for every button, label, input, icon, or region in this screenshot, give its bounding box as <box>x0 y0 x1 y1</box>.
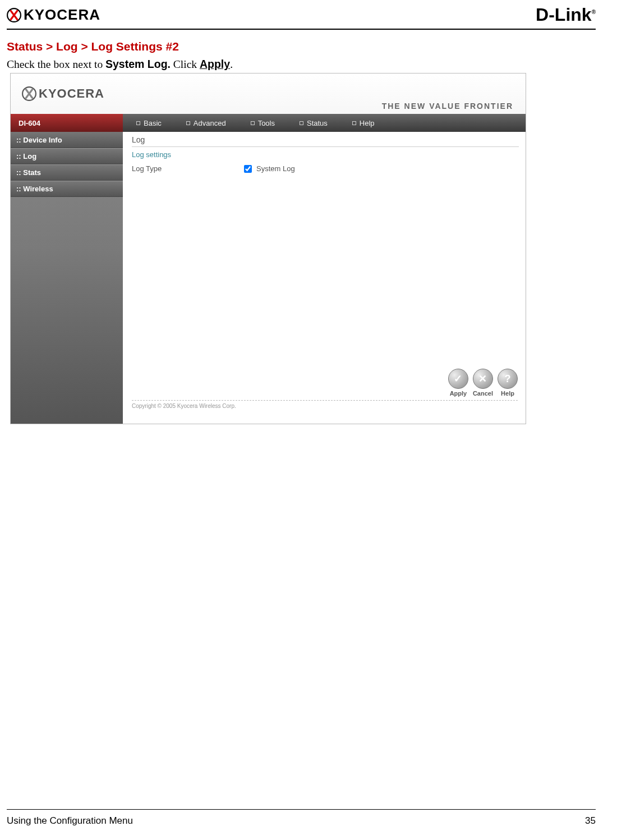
footer-rule <box>7 809 596 810</box>
section-label: Log settings <box>132 150 519 159</box>
kyocera-brand-text: KYOCERA <box>24 6 100 24</box>
log-type-row: Log Type System Log <box>132 164 519 173</box>
check-icon: ✓ <box>448 369 468 389</box>
nav-bullet-icon <box>352 121 356 125</box>
nav-advanced[interactable]: Advanced <box>186 119 226 127</box>
router-top-banner: KYOCERA THE NEW VALUE FRONTIER <box>11 74 526 114</box>
sidebar-item-stats[interactable]: :: Stats <box>11 164 123 181</box>
question-icon: ? <box>498 369 518 389</box>
help-button[interactable]: ? Help <box>498 369 518 397</box>
apply-button[interactable]: ✓ Apply <box>448 369 468 397</box>
nav-bullet-icon <box>251 121 255 125</box>
sidebar-item-device-info[interactable]: :: Device Info <box>11 132 123 148</box>
log-type-label: Log Type <box>132 164 244 173</box>
page-header: KYOCERA D-Link® <box>7 4 596 30</box>
nav-tools[interactable]: Tools <box>251 119 275 127</box>
copyright-text: Copyright © 2005 Kyocera Wireless Corp. <box>132 400 518 409</box>
nav-basic[interactable]: Basic <box>136 119 162 127</box>
system-log-label: System Log <box>256 164 295 173</box>
content-area: Log Log settings Log Type System Log ✓ A… <box>123 132 526 424</box>
breadcrumb: Status > Log > Log Settings #2 <box>7 40 596 53</box>
action-row: ✓ Apply ✕ Cancel ? Help <box>448 369 518 397</box>
footer-row: Using the Configuration Menu 35 <box>7 815 596 827</box>
instruction-text: Check the box next to System Log. Click … <box>7 58 596 71</box>
sidebar-item-wireless[interactable]: :: Wireless <box>11 181 123 197</box>
nav-items: Basic Advanced Tools Status Help <box>123 114 526 132</box>
router-nav-bar: DI-604 Basic Advanced Tools Status Help <box>11 114 526 132</box>
footer-section-title: Using the Configuration Menu <box>7 815 133 827</box>
router-admin-screenshot: KYOCERA THE NEW VALUE FRONTIER DI-604 Ba… <box>10 73 526 424</box>
dlink-logo: D-Link® <box>536 4 596 25</box>
nav-bullet-icon <box>136 121 140 125</box>
inner-kyocera-logo: KYOCERA <box>22 86 104 101</box>
router-body: :: Device Info :: Log :: Stats :: Wirele… <box>11 132 526 424</box>
kyocera-logo: KYOCERA <box>7 6 100 24</box>
kyocera-mark-icon <box>7 8 21 22</box>
model-badge: DI-604 <box>11 114 123 132</box>
sidebar: :: Device Info :: Log :: Stats :: Wirele… <box>11 132 123 424</box>
nav-status[interactable]: Status <box>300 119 328 127</box>
nav-bullet-icon <box>300 121 303 125</box>
kyocera-mark-icon <box>22 86 36 101</box>
system-log-checkbox[interactable] <box>244 165 252 173</box>
sidebar-item-log[interactable]: :: Log <box>11 148 123 164</box>
inner-brand-text: KYOCERA <box>39 86 104 101</box>
page-number: 35 <box>585 815 596 827</box>
cross-icon: ✕ <box>473 369 493 389</box>
nav-bullet-icon <box>186 121 190 125</box>
nav-help[interactable]: Help <box>352 119 375 127</box>
cancel-button[interactable]: ✕ Cancel <box>473 369 493 397</box>
page-footer: Using the Configuration Menu 35 <box>7 809 596 827</box>
divider <box>132 146 519 147</box>
registered-mark: ® <box>592 9 596 15</box>
tagline-text: THE NEW VALUE FRONTIER <box>382 102 513 111</box>
panel-title: Log <box>132 135 519 144</box>
dlink-brand-text: D-Link <box>536 4 592 25</box>
